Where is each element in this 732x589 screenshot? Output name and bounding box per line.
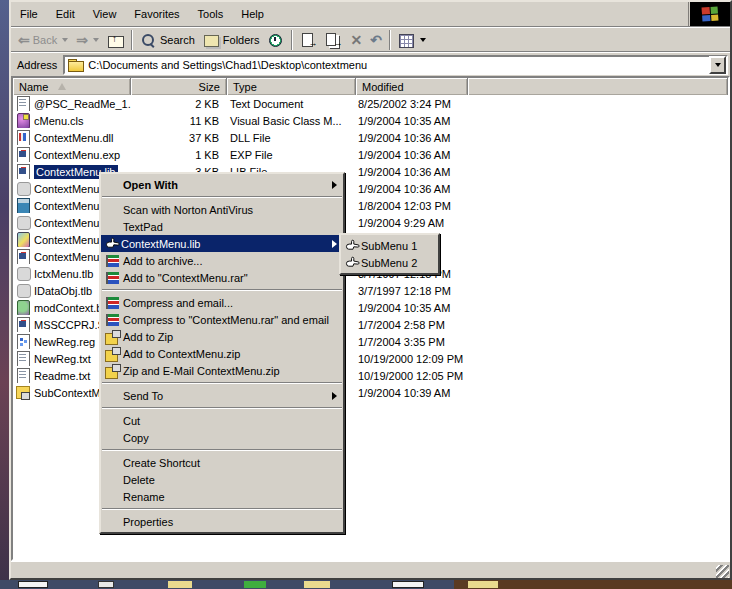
- desktop-icons-fragment: [168, 581, 192, 588]
- menu-bar: File Edit View Favorites Tools Help: [11, 2, 730, 27]
- menu-item-add-to-archive[interactable]: Add to archive...: [101, 252, 343, 269]
- windows-throbber: [688, 2, 730, 26]
- scc-file-icon: [15, 317, 31, 332]
- menu-tools[interactable]: Tools: [189, 2, 233, 26]
- status-bar: [11, 561, 730, 579]
- forward-dropdown-icon[interactable]: [93, 38, 99, 42]
- address-dropdown-button[interactable]: [709, 56, 726, 74]
- menu-favorites[interactable]: Favorites: [125, 2, 188, 26]
- winzip-folder-icon: [15, 385, 31, 400]
- menu-item-textpad[interactable]: TextPad: [101, 218, 343, 235]
- winrar-icon: [104, 295, 123, 311]
- menu-item-compress-email[interactable]: Compress and email...: [101, 294, 343, 311]
- menu-item-scan-antivirus[interactable]: Scan with Norton AntiVirus: [101, 201, 343, 218]
- views-grid-icon: [398, 32, 415, 48]
- column-headers: Name Size Type Modified: [13, 78, 728, 95]
- delete-button[interactable]: ✕: [346, 29, 366, 51]
- resize-grip[interactable]: [716, 565, 729, 578]
- copy-to-icon: [325, 32, 342, 48]
- address-input[interactable]: C:\Documents and Settings\Chad1\Desktop\…: [63, 55, 728, 75]
- back-label: Back: [33, 34, 57, 46]
- menu-item-zip-and-email[interactable]: Zip and E-Mail ContextMenu.zip: [101, 362, 343, 379]
- address-label: Address: [17, 59, 57, 71]
- folders-button[interactable]: Folders: [199, 29, 264, 51]
- menu-item-copy[interactable]: Copy: [101, 429, 343, 446]
- up-button[interactable]: [103, 29, 128, 51]
- column-header-type[interactable]: Type: [227, 78, 356, 95]
- column-header-name[interactable]: Name: [13, 78, 131, 95]
- column-header-size[interactable]: Size: [131, 78, 227, 95]
- winzip-icon: [104, 346, 123, 362]
- menu-item-create-shortcut[interactable]: Create Shortcut: [101, 454, 343, 471]
- menu-file[interactable]: File: [11, 2, 47, 26]
- move-to-button[interactable]: [296, 29, 321, 51]
- menu-item-add-to-rar[interactable]: Add to "ContextMenu.rar": [101, 269, 343, 286]
- address-bar: Address C:\Documents and Settings\Chad1\…: [11, 52, 730, 76]
- context-menu: Open With Scan with Norton AntiVirus Tex…: [99, 172, 345, 534]
- desktop-icons-fragment: [98, 581, 114, 588]
- menu-item-rename[interactable]: Rename: [101, 488, 343, 505]
- menu-item-open-with[interactable]: Open With: [101, 176, 343, 193]
- menu-view[interactable]: View: [84, 2, 126, 26]
- table-row[interactable]: cMenu.cls 11 KBVisual Basic Class M...1/…: [13, 112, 728, 129]
- views-dropdown-icon[interactable]: [420, 38, 426, 42]
- toolbar: ⇐ Back ⇒ Search Folders: [11, 27, 730, 52]
- folders-icon: [203, 32, 220, 48]
- submenu-arrow-icon: [332, 181, 337, 189]
- winrar-icon: [104, 312, 123, 328]
- table-row[interactable]: ContextMenu.dll 37 KBDLL File1/9/2004 10…: [13, 129, 728, 146]
- vb-project-icon: [15, 232, 31, 247]
- winzip-icon: [104, 363, 123, 379]
- menu-separator: [102, 449, 342, 451]
- menu-separator: [102, 382, 342, 384]
- views-button[interactable]: [394, 29, 430, 51]
- column-header-filler: [468, 78, 728, 95]
- menu-item-contextmenu-lib[interactable]: ContextMenu.lib: [101, 235, 343, 252]
- winzip-icon: [104, 329, 123, 345]
- delete-x-icon: ✕: [350, 33, 362, 47]
- menu-item-compress-rar-email[interactable]: Compress to "ContextMenu.rar" and email: [101, 311, 343, 328]
- table-row[interactable]: ContextMenu.exp 1 KBEXP File1/9/2004 10:…: [13, 146, 728, 163]
- menu-separator: [102, 196, 342, 198]
- back-button[interactable]: ⇐ Back: [14, 29, 72, 51]
- registry-file-icon: [15, 334, 31, 349]
- back-dropdown-icon[interactable]: [62, 38, 68, 42]
- folder-icon: [68, 59, 83, 71]
- hand-icon: [344, 256, 361, 269]
- vb-workspace-icon: [15, 249, 31, 264]
- desktop-icons-fragment: [304, 581, 330, 588]
- context-submenu: SubMenu 1 SubMenu 2: [339, 233, 440, 275]
- generic-file-icon: [15, 215, 31, 230]
- text-document-icon: [15, 368, 31, 383]
- archive-file-icon: [15, 198, 31, 213]
- table-row[interactable]: @PSC_ReadMe_1... 2 KBText Document8/25/2…: [13, 95, 728, 112]
- menu-help[interactable]: Help: [232, 2, 273, 26]
- up-folder-icon: [107, 32, 124, 48]
- desktop-icons-fragment: [244, 581, 266, 588]
- dll-file-icon: [15, 130, 31, 145]
- text-document-icon: [15, 96, 31, 111]
- vb-module-icon: [15, 300, 31, 315]
- toolbar-separator: [389, 30, 391, 50]
- menu-separator: [102, 407, 342, 409]
- search-icon: [140, 32, 157, 48]
- submenu-item-1[interactable]: SubMenu 1: [341, 237, 438, 254]
- menu-item-add-to-zip[interactable]: Add to Zip: [101, 328, 343, 345]
- column-header-modified[interactable]: Modified: [356, 78, 468, 95]
- sort-ascending-icon: [58, 83, 66, 90]
- submenu-item-2[interactable]: SubMenu 2: [341, 254, 438, 271]
- toolbar-separator: [131, 30, 133, 50]
- menu-edit[interactable]: Edit: [47, 2, 84, 26]
- lib-file-icon: [15, 164, 31, 179]
- search-button[interactable]: Search: [136, 29, 199, 51]
- menu-item-properties[interactable]: Properties: [101, 513, 343, 530]
- menu-item-add-to-contextmenu-zip[interactable]: Add to ContextMenu.zip: [101, 345, 343, 362]
- menu-item-send-to[interactable]: Send To: [101, 387, 343, 404]
- search-label: Search: [160, 34, 195, 46]
- undo-button[interactable]: ↶: [366, 29, 386, 51]
- menu-item-delete[interactable]: Delete: [101, 471, 343, 488]
- menu-item-cut[interactable]: Cut: [101, 412, 343, 429]
- copy-to-button[interactable]: [321, 29, 346, 51]
- history-button[interactable]: [263, 29, 288, 51]
- forward-button[interactable]: ⇒: [72, 29, 103, 51]
